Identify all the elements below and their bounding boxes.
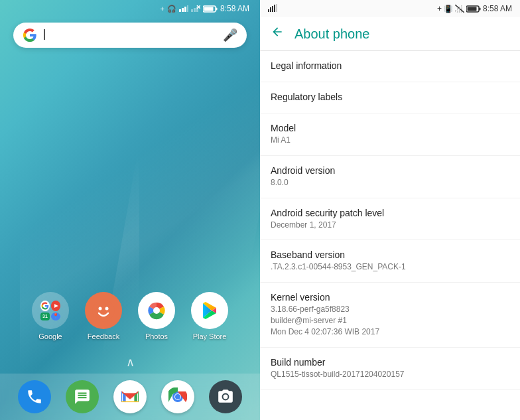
google-folder-icon: ▶ 31 📍	[32, 292, 69, 329]
feedback-icon	[85, 292, 122, 329]
google-folder-label: Google	[38, 332, 62, 340]
play-store-label: Play Store	[193, 332, 227, 340]
about-phone-screen: + 📳 8:58 AM	[260, 0, 520, 420]
svg-rect-0	[179, 9, 181, 12]
regulatory-title: Regulatory labels	[271, 92, 509, 102]
settings-item-legal[interactable]: Legal information	[260, 51, 520, 82]
time-left: 8:58 AM	[220, 4, 249, 13]
google-logo	[23, 28, 37, 42]
baseband-value: .TA.2.3.c1-00544-8953_GEN_PACK-1	[271, 261, 509, 273]
battery-icon-left	[203, 5, 218, 13]
bluetooth-icon: +	[161, 5, 164, 13]
apps-area: ▶ 31 📍 Google	[0, 58, 260, 374]
sim-icon	[268, 4, 277, 13]
app-header: About phone	[260, 17, 520, 51]
bottom-dock	[0, 374, 260, 420]
photos-icon	[138, 292, 175, 329]
settings-item-model[interactable]: Model Mi A1	[260, 113, 520, 156]
build-value: QL1515-tissot-build-20171204020157	[271, 369, 509, 380]
svg-rect-4	[191, 9, 193, 12]
svg-rect-29	[274, 5, 275, 12]
battery-icon-right	[466, 5, 481, 13]
bluetooth-icon-right: +	[437, 4, 442, 13]
photos-label: Photos	[145, 332, 168, 340]
vibrate-icon: 📳	[444, 5, 453, 13]
settings-item-android-version[interactable]: Android version 8.0.0	[260, 156, 520, 198]
kernel-value: 3.18.66-perf-ga5f8823 builder@mi-server …	[271, 304, 509, 337]
svg-rect-5	[194, 8, 196, 12]
svg-point-16	[153, 307, 160, 314]
kernel-title: Kernel version	[271, 292, 509, 303]
model-title: Model	[271, 123, 509, 133]
signal-x-icon	[191, 5, 200, 12]
feedback-label: Feedback	[88, 332, 119, 340]
svg-point-14	[105, 307, 109, 311]
dock-phone[interactable]	[18, 380, 51, 413]
app-row-main: ▶ 31 📍 Google	[0, 287, 260, 346]
app-feedback[interactable]: Feedback	[85, 292, 122, 340]
photos-icon-bg	[138, 292, 175, 329]
settings-item-kernel[interactable]: Kernel version 3.18.66-perf-ga5f8823 bui…	[260, 283, 520, 347]
app-google-folder[interactable]: ▶ 31 📍 Google	[32, 292, 69, 340]
time-right: 8:58 AM	[483, 4, 512, 13]
svg-rect-30	[276, 4, 277, 12]
svg-rect-1	[182, 8, 184, 12]
play-store-icon-bg	[191, 292, 228, 329]
settings-item-baseband[interactable]: Baseband version .TA.2.3.c1-00544-8953_G…	[260, 240, 520, 283]
settings-item-build[interactable]: Build number QL1515-tissot-build-2017120…	[260, 348, 520, 390]
svg-rect-3	[187, 5, 188, 12]
home-screen: + 🎧 8:58 AM	[0, 0, 260, 420]
dock-gmail[interactable]	[113, 380, 147, 413]
search-bar[interactable]: 🎤	[13, 23, 247, 48]
security-patch-title: Android security patch level	[271, 208, 509, 218]
svg-rect-38	[479, 7, 480, 10]
svg-point-25	[175, 394, 180, 399]
settings-item-regulatory[interactable]: Regulatory labels	[260, 82, 520, 113]
home-indicator: ∧	[0, 351, 260, 374]
settings-item-security-patch[interactable]: Android security patch level December 1,…	[260, 198, 520, 241]
svg-rect-28	[272, 6, 273, 12]
signal-off-icon	[455, 5, 464, 13]
headphone-icon: 🎧	[167, 5, 176, 13]
legal-info-title: Legal information	[271, 60, 509, 71]
svg-rect-26	[268, 9, 269, 12]
svg-rect-11	[204, 7, 213, 11]
play-store-icon	[191, 292, 228, 329]
svg-point-13	[99, 307, 102, 311]
build-title: Build number	[271, 357, 509, 368]
svg-rect-27	[270, 7, 271, 12]
android-version-value: 8.0.0	[271, 177, 509, 188]
dock-messages[interactable]	[66, 380, 99, 413]
feedback-icon-bg	[85, 292, 122, 329]
dock-chrome[interactable]	[161, 380, 194, 413]
search-input[interactable]	[42, 29, 218, 42]
signal-icon	[179, 5, 188, 12]
svg-rect-10	[216, 7, 217, 10]
settings-list: Legal information Regulatory labels Mode…	[260, 51, 520, 420]
android-version-title: Android version	[271, 165, 509, 176]
page-title: About phone	[294, 27, 369, 42]
svg-rect-2	[184, 7, 186, 12]
status-bar-left: + 🎧 8:58 AM	[0, 0, 260, 17]
baseband-title: Baseband version	[271, 249, 509, 260]
model-value: Mi A1	[271, 135, 509, 146]
right-status-icons: + 📳 8:58 AM	[437, 4, 512, 13]
svg-rect-39	[467, 7, 476, 11]
svg-point-12	[92, 299, 115, 322]
status-bar-right: + 📳 8:58 AM	[260, 0, 520, 17]
chevron-up-icon: ∧	[126, 355, 135, 370]
app-photos[interactable]: Photos	[138, 292, 175, 340]
mic-icon[interactable]: 🎤	[223, 28, 237, 42]
app-play-store[interactable]: Play Store	[191, 292, 228, 340]
back-button[interactable]	[271, 25, 284, 42]
dock-camera[interactable]	[209, 380, 242, 413]
security-patch-value: December 1, 2017	[271, 220, 509, 231]
